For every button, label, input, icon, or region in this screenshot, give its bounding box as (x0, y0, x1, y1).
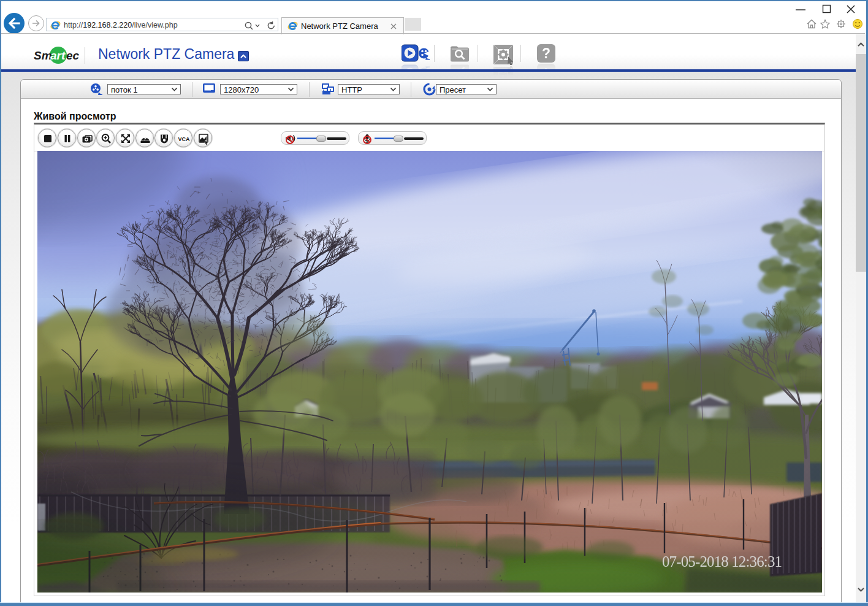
svg-text:07-05-2018 12:36:31: 07-05-2018 12:36:31 (662, 553, 782, 570)
svg-text:Sm: Sm (34, 49, 52, 62)
svg-text:VCA: VCA (178, 136, 190, 142)
svg-text:?: ? (542, 45, 550, 61)
svg-text:ec: ec (66, 49, 80, 62)
svg-text:art: art (50, 49, 66, 62)
